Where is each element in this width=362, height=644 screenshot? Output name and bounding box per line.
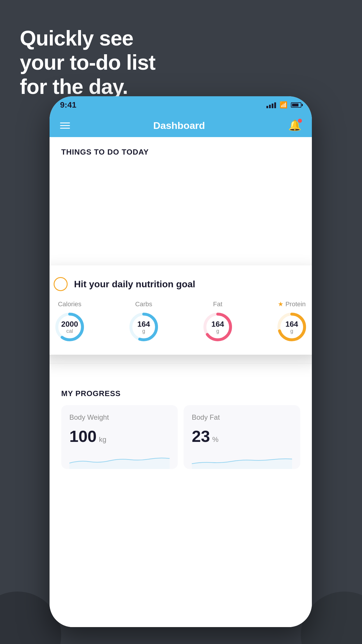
donut-text: 164 g (137, 320, 150, 334)
donut-unit: g (285, 328, 298, 334)
donut-unit: g (211, 328, 224, 334)
hero-line2: your to-do list (20, 50, 155, 75)
mini-chart (69, 452, 170, 469)
nutrition-label: Fat (213, 300, 222, 308)
hero-line3: for the day. (20, 75, 155, 99)
donut-chart: 164 g (276, 311, 308, 343)
progress-card[interactable]: Body Weight 100 kg (61, 405, 178, 469)
donut-value: 164 (211, 320, 224, 328)
donut-text: 164 g (285, 320, 298, 334)
nutrition-item: Carbs 164 g (128, 300, 160, 343)
card-header: Hit your daily nutrition goal (54, 277, 308, 291)
progress-value: 100 (69, 427, 96, 446)
nutrition-item: Fat 164 g (202, 300, 234, 343)
star-icon: ★ (278, 300, 284, 308)
donut-value: 2000 (61, 320, 78, 328)
header-title: Dashboard (153, 120, 205, 131)
nutrition-label: Carbs (135, 300, 152, 308)
nutrition-goals: Calories 2000 cal Carbs 164 g Fat (54, 300, 308, 343)
donut-text: 164 g (211, 320, 224, 334)
progress-title: MY PROGRESS (61, 389, 300, 398)
status-icons: 📶 (266, 101, 301, 109)
hero-line1: Quickly see (20, 26, 155, 50)
nutrition-check-circle[interactable] (54, 277, 68, 291)
things-to-do-title: THINGS TO DO TODAY (50, 137, 312, 162)
progress-unit: kg (99, 435, 106, 444)
progress-value: 23 (192, 427, 210, 446)
nutrition-label: ★Protein (278, 300, 306, 308)
progress-section: MY PROGRESS Body Weight 100 kg Body Fat … (50, 375, 312, 469)
donut-chart: 164 g (202, 311, 234, 343)
nutrition-card-title: Hit your daily nutrition goal (74, 279, 195, 290)
donut-value: 164 (137, 320, 150, 328)
progress-card[interactable]: Body Fat 23 % (184, 405, 300, 469)
progress-unit: % (212, 435, 218, 444)
donut-chart: 2000 cal (54, 311, 86, 343)
donut-chart: 164 g (128, 311, 160, 343)
notification-dot (298, 119, 302, 123)
progress-value-row: 100 kg (69, 427, 170, 446)
notification-button[interactable]: 🔔 (288, 119, 301, 132)
content-area: THINGS TO DO TODAY Hit your daily nutrit… (50, 137, 312, 627)
phone-shell: 9:41 📶 Dashboard 🔔 THINGS TO DO TODAY (50, 96, 312, 627)
wifi-icon: 📶 (280, 101, 287, 109)
progress-card-title: Body Weight (69, 413, 170, 421)
hero-text: Quickly see your to-do list for the day. (20, 26, 155, 99)
nutrition-card: Hit your daily nutrition goal Calories 2… (50, 265, 312, 355)
nutrition-label: Calories (58, 300, 82, 308)
menu-button[interactable] (60, 123, 70, 129)
app-header: Dashboard 🔔 (50, 114, 312, 137)
donut-unit: g (137, 328, 150, 334)
progress-cards: Body Weight 100 kg Body Fat 23 % (61, 405, 300, 469)
signal-icon (266, 102, 276, 108)
progress-value-row: 23 % (192, 427, 292, 446)
status-time: 9:41 (60, 100, 76, 110)
mini-chart (192, 452, 292, 469)
donut-value: 164 (285, 320, 298, 328)
battery-icon (291, 102, 301, 108)
progress-card-title: Body Fat (192, 413, 292, 421)
nutrition-item: Calories 2000 cal (54, 300, 86, 343)
status-bar: 9:41 📶 (50, 96, 312, 114)
donut-unit: cal (61, 328, 78, 334)
donut-text: 2000 cal (61, 320, 78, 334)
nutrition-item: ★Protein 164 g (276, 300, 308, 343)
